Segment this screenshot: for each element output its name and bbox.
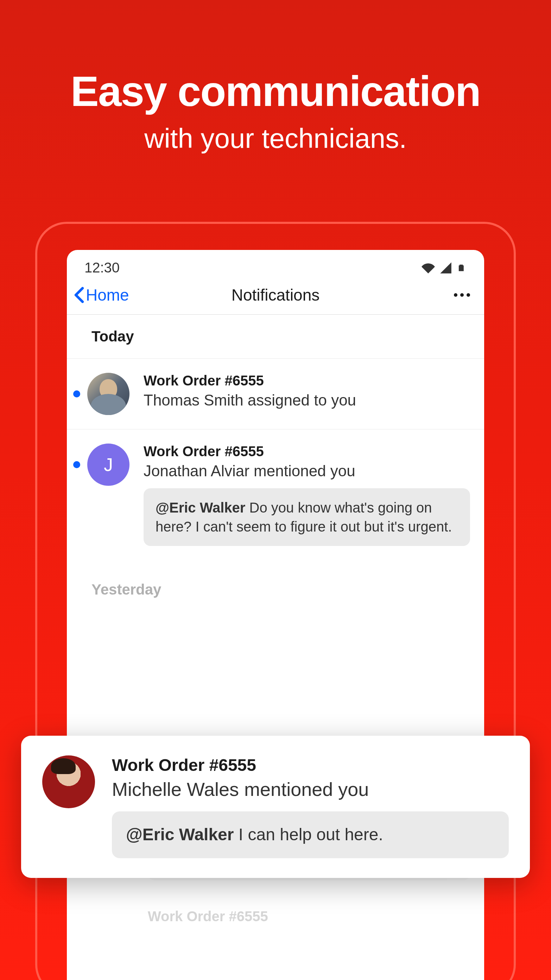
unread-indicator xyxy=(73,461,80,468)
notification-title: Work Order #6555 xyxy=(144,373,470,389)
headline-bold: Easy communication xyxy=(0,67,551,115)
more-button[interactable] xyxy=(454,293,470,297)
signal-icon xyxy=(439,261,453,275)
mention: @Eric Walker xyxy=(156,500,245,515)
headline-light: with your technicians. xyxy=(0,123,551,154)
notification-item[interactable]: J Work Order #6555 Jonathan Alviar menti… xyxy=(67,430,484,560)
faded-notification: Work Order #6555 xyxy=(67,898,484,924)
section-yesterday: Yesterday xyxy=(67,560,484,611)
status-time: 12:30 xyxy=(84,260,120,275)
avatar xyxy=(42,756,95,808)
unread-indicator xyxy=(73,390,80,398)
notification-title: Work Order #6555 xyxy=(144,444,470,460)
quote-bubble: @Eric Walker Do you know what's going on… xyxy=(144,488,470,546)
avatar: J xyxy=(87,444,130,486)
nav-bar: Home Notifications xyxy=(67,279,484,315)
battery-icon xyxy=(457,261,467,275)
avatar xyxy=(87,373,130,415)
notification-text: Jonathan Alviar mentioned you xyxy=(144,462,470,480)
quote-bubble: @Eric Walker I can help out here. xyxy=(112,811,509,858)
quote-text: I can help out here. xyxy=(234,825,383,844)
page-title: Notifications xyxy=(232,285,320,304)
status-icons xyxy=(421,261,467,275)
section-today: Today xyxy=(67,315,484,359)
notification-title: Work Order #6555 xyxy=(148,908,470,924)
back-button[interactable]: Home xyxy=(74,285,129,304)
status-bar: 12:30 xyxy=(67,250,484,279)
back-label: Home xyxy=(86,285,129,304)
notification-text: Thomas Smith assigned to you xyxy=(144,391,470,409)
notification-text: Michelle Wales mentioned you xyxy=(112,778,509,800)
notification-title: Work Order #6555 xyxy=(112,756,509,775)
mention: @Eric Walker xyxy=(126,825,234,844)
marketing-headline: Easy communication with your technicians… xyxy=(0,0,551,154)
notification-item[interactable]: Work Order #6555 Thomas Smith assigned t… xyxy=(67,359,484,430)
chevron-left-icon xyxy=(74,286,84,304)
wifi-icon xyxy=(421,261,435,275)
floating-notification-card[interactable]: Work Order #6555 Michelle Wales mentione… xyxy=(21,736,530,878)
